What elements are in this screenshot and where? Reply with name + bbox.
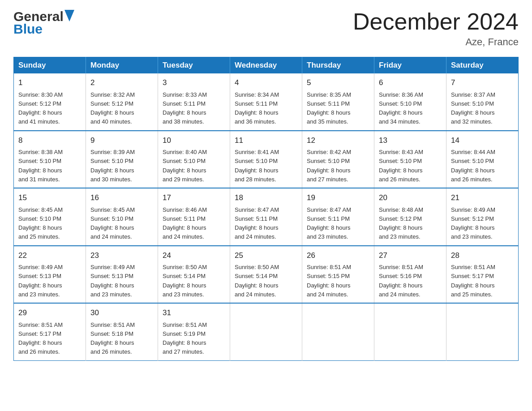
header-monday: Monday — [86, 57, 158, 74]
calendar-week-row: 1 Sunrise: 8:30 AMSunset: 5:12 PMDayligh… — [14, 73, 519, 131]
day-info: Sunrise: 8:33 AMSunset: 5:11 PMDaylight:… — [163, 91, 207, 125]
day-number: 15 — [18, 192, 81, 204]
calendar-week-row: 29 Sunrise: 8:51 AMSunset: 5:17 PMDaylig… — [14, 303, 519, 360]
calendar-day-cell: 26 Sunrise: 8:51 AMSunset: 5:15 PMDaylig… — [302, 246, 374, 304]
calendar-body: 1 Sunrise: 8:30 AMSunset: 5:12 PMDayligh… — [14, 73, 519, 360]
calendar-day-cell: 10 Sunrise: 8:40 AMSunset: 5:10 PMDaylig… — [158, 131, 230, 188]
day-info: Sunrise: 8:35 AMSunset: 5:11 PMDaylight:… — [307, 91, 351, 125]
calendar-day-cell: 20 Sunrise: 8:48 AMSunset: 5:12 PMDaylig… — [374, 188, 446, 246]
calendar-day-cell: 1 Sunrise: 8:30 AMSunset: 5:12 PMDayligh… — [14, 73, 86, 131]
day-info: Sunrise: 8:51 AMSunset: 5:15 PMDaylight:… — [307, 264, 351, 298]
day-number: 22 — [18, 250, 81, 261]
calendar-day-cell: 13 Sunrise: 8:43 AMSunset: 5:10 PMDaylig… — [374, 131, 446, 188]
location-subtitle: Aze, France — [353, 36, 519, 48]
calendar-day-cell: 19 Sunrise: 8:47 AMSunset: 5:11 PMDaylig… — [302, 188, 374, 246]
page-title: December 2024 — [353, 9, 519, 34]
header-friday: Friday — [374, 57, 446, 74]
day-number: 24 — [163, 250, 225, 261]
header-thursday: Thursday — [302, 57, 374, 74]
day-info: Sunrise: 8:39 AMSunset: 5:10 PMDaylight:… — [90, 149, 135, 183]
day-number: 13 — [379, 135, 442, 146]
day-info: Sunrise: 8:51 AMSunset: 5:16 PMDaylight:… — [379, 264, 423, 298]
calendar-day-cell — [230, 303, 302, 360]
calendar-day-cell: 22 Sunrise: 8:49 AMSunset: 5:13 PMDaylig… — [14, 246, 86, 304]
header-sunday: Sunday — [14, 57, 86, 74]
calendar-day-cell: 5 Sunrise: 8:35 AMSunset: 5:11 PMDayligh… — [302, 73, 374, 131]
day-info: Sunrise: 8:40 AMSunset: 5:10 PMDaylight:… — [163, 149, 207, 183]
calendar-day-cell — [302, 303, 374, 360]
day-info: Sunrise: 8:51 AMSunset: 5:17 PMDaylight:… — [451, 264, 495, 298]
day-number: 31 — [163, 307, 225, 319]
calendar-day-cell: 25 Sunrise: 8:50 AMSunset: 5:14 PMDaylig… — [230, 246, 302, 304]
calendar-day-cell: 31 Sunrise: 8:51 AMSunset: 5:19 PMDaylig… — [158, 303, 230, 360]
day-info: Sunrise: 8:36 AMSunset: 5:10 PMDaylight:… — [379, 91, 423, 125]
calendar-day-cell: 28 Sunrise: 8:51 AMSunset: 5:17 PMDaylig… — [446, 246, 519, 304]
day-info: Sunrise: 8:49 AMSunset: 5:13 PMDaylight:… — [90, 264, 135, 298]
day-number: 3 — [163, 77, 225, 89]
day-info: Sunrise: 8:49 AMSunset: 5:13 PMDaylight:… — [18, 264, 63, 298]
calendar-day-cell: 8 Sunrise: 8:38 AMSunset: 5:10 PMDayligh… — [14, 131, 86, 188]
day-number: 10 — [163, 135, 225, 146]
day-info: Sunrise: 8:47 AMSunset: 5:11 PMDaylight:… — [307, 206, 351, 240]
day-number: 16 — [90, 192, 153, 204]
day-info: Sunrise: 8:51 AMSunset: 5:17 PMDaylight:… — [18, 321, 63, 355]
calendar-day-cell: 15 Sunrise: 8:45 AMSunset: 5:10 PMDaylig… — [14, 188, 86, 246]
calendar-day-cell: 17 Sunrise: 8:46 AMSunset: 5:11 PMDaylig… — [158, 188, 230, 246]
day-info: Sunrise: 8:51 AMSunset: 5:18 PMDaylight:… — [90, 321, 135, 355]
day-info: Sunrise: 8:47 AMSunset: 5:11 PMDaylight:… — [235, 206, 279, 240]
day-number: 18 — [235, 192, 297, 204]
calendar-day-cell: 3 Sunrise: 8:33 AMSunset: 5:11 PMDayligh… — [158, 73, 230, 131]
calendar-day-cell: 27 Sunrise: 8:51 AMSunset: 5:16 PMDaylig… — [374, 246, 446, 304]
calendar-table: Sunday Monday Tuesday Wednesday Thursday… — [13, 57, 519, 361]
day-number: 6 — [379, 77, 442, 89]
day-info: Sunrise: 8:50 AMSunset: 5:14 PMDaylight:… — [235, 264, 279, 298]
calendar-day-cell — [374, 303, 446, 360]
calendar-day-cell: 12 Sunrise: 8:42 AMSunset: 5:10 PMDaylig… — [302, 131, 374, 188]
calendar-day-cell: 9 Sunrise: 8:39 AMSunset: 5:10 PMDayligh… — [86, 131, 158, 188]
calendar-week-row: 22 Sunrise: 8:49 AMSunset: 5:13 PMDaylig… — [14, 246, 519, 304]
svg-marker-0 — [64, 10, 74, 21]
day-number: 20 — [379, 192, 442, 204]
calendar-day-cell: 16 Sunrise: 8:45 AMSunset: 5:10 PMDaylig… — [86, 188, 158, 246]
day-number: 5 — [307, 77, 369, 89]
calendar-day-cell: 21 Sunrise: 8:49 AMSunset: 5:12 PMDaylig… — [446, 188, 519, 246]
calendar-header: Sunday Monday Tuesday Wednesday Thursday… — [14, 57, 519, 74]
calendar-day-cell: 14 Sunrise: 8:44 AMSunset: 5:10 PMDaylig… — [446, 131, 519, 188]
header-saturday: Saturday — [446, 57, 519, 74]
title-area: December 2024 Aze, France — [353, 9, 519, 48]
calendar-day-cell: 24 Sunrise: 8:50 AMSunset: 5:14 PMDaylig… — [158, 246, 230, 304]
calendar-day-cell: 23 Sunrise: 8:49 AMSunset: 5:13 PMDaylig… — [86, 246, 158, 304]
day-info: Sunrise: 8:34 AMSunset: 5:11 PMDaylight:… — [235, 91, 279, 125]
calendar-day-cell: 30 Sunrise: 8:51 AMSunset: 5:18 PMDaylig… — [86, 303, 158, 360]
day-number: 21 — [451, 192, 514, 204]
day-info: Sunrise: 8:30 AMSunset: 5:12 PMDaylight:… — [18, 91, 63, 125]
day-number: 28 — [451, 250, 514, 261]
calendar-week-row: 15 Sunrise: 8:45 AMSunset: 5:10 PMDaylig… — [14, 188, 519, 246]
day-number: 27 — [379, 250, 442, 261]
header-tuesday: Tuesday — [158, 57, 230, 74]
calendar-day-cell: 6 Sunrise: 8:36 AMSunset: 5:10 PMDayligh… — [374, 73, 446, 131]
day-number: 29 — [18, 307, 81, 319]
day-info: Sunrise: 8:45 AMSunset: 5:10 PMDaylight:… — [18, 206, 63, 240]
calendar-day-cell: 7 Sunrise: 8:37 AMSunset: 5:10 PMDayligh… — [446, 73, 519, 131]
day-info: Sunrise: 8:46 AMSunset: 5:11 PMDaylight:… — [163, 206, 207, 240]
calendar-day-cell: 2 Sunrise: 8:32 AMSunset: 5:12 PMDayligh… — [86, 73, 158, 131]
day-info: Sunrise: 8:37 AMSunset: 5:10 PMDaylight:… — [451, 91, 495, 125]
day-number: 12 — [307, 135, 369, 146]
day-info: Sunrise: 8:48 AMSunset: 5:12 PMDaylight:… — [379, 206, 423, 240]
logo: General Blue — [13, 9, 74, 37]
day-number: 9 — [90, 135, 153, 146]
calendar-header-row: Sunday Monday Tuesday Wednesday Thursday… — [14, 57, 519, 74]
day-info: Sunrise: 8:44 AMSunset: 5:10 PMDaylight:… — [451, 149, 495, 183]
calendar-day-cell: 4 Sunrise: 8:34 AMSunset: 5:11 PMDayligh… — [230, 73, 302, 131]
day-number: 19 — [307, 192, 369, 204]
day-number: 8 — [18, 135, 81, 146]
day-number: 26 — [307, 250, 369, 261]
calendar-day-cell: 18 Sunrise: 8:47 AMSunset: 5:11 PMDaylig… — [230, 188, 302, 246]
day-number: 17 — [163, 192, 225, 204]
day-info: Sunrise: 8:43 AMSunset: 5:10 PMDaylight:… — [379, 149, 423, 183]
day-number: 4 — [235, 77, 297, 89]
calendar-week-row: 8 Sunrise: 8:38 AMSunset: 5:10 PMDayligh… — [14, 131, 519, 188]
calendar-day-cell: 11 Sunrise: 8:41 AMSunset: 5:10 PMDaylig… — [230, 131, 302, 188]
day-number: 30 — [90, 307, 153, 319]
